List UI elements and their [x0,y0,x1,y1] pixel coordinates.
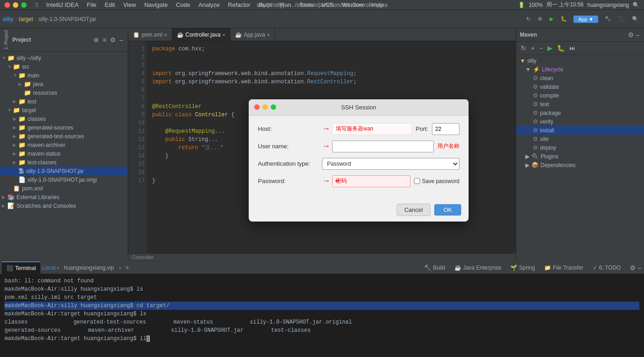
modal-overlay: SSH Session Host: → 填写服务器wan Port: User … [0,0,644,357]
modal-footer: Cancel OK [249,200,469,222]
save-password-label: Save password [422,178,459,184]
password-row: Password: → 密码 Save password [258,175,459,187]
password-arrow-annotation: → [322,176,330,186]
modal-body: Host: → 填写服务器wan Port: User name: → 用户名称 [249,116,469,200]
username-row: User name: → 用户名称 [258,141,459,152]
modal-title: SSH Session [341,104,377,111]
modal-minimize-btn[interactable] [262,104,268,110]
username-hint: 用户名称 [437,142,459,150]
modal-traffic-lights [254,104,276,110]
ssh-modal: SSH Session Host: → 填写服务器wan Port: User … [249,99,469,222]
host-label: Host: [258,125,322,132]
host-input[interactable] [332,123,412,135]
user-arrow-annotation: → [322,141,330,151]
password-input[interactable] [332,175,410,187]
password-label: Password: [258,178,322,184]
port-input[interactable] [432,123,459,135]
auth-row: Authentication type: Password Key pair [258,158,459,170]
host-arrow-annotation: → [322,124,330,134]
username-input[interactable] [332,141,434,152]
modal-titlebar: SSH Session [249,99,469,116]
port-label: Port: [416,125,428,132]
auth-select[interactable]: Password Key pair [322,158,459,170]
save-password-row: Save password [414,178,459,184]
host-row: Host: → 填写服务器wan Port: [258,123,459,135]
modal-close-btn[interactable] [254,104,260,110]
ok-button[interactable]: OK [434,204,461,216]
cancel-button[interactable]: Cancel [397,204,431,216]
save-password-checkbox[interactable] [414,178,420,184]
modal-maximize-btn[interactable] [271,104,276,110]
username-label: User name: [258,143,322,150]
auth-label: Authentication type: [258,160,322,167]
